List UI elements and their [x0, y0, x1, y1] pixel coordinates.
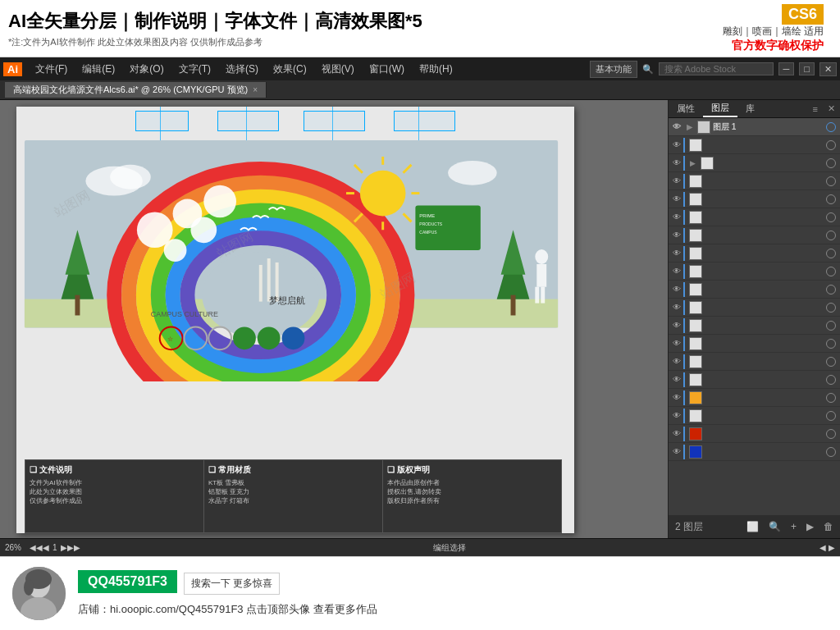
- right-text2: 官方数字确权保护: [723, 39, 824, 53]
- ai-logo: Ai: [3, 62, 22, 76]
- search-layers-btn[interactable]: 🔍: [765, 519, 784, 534]
- qq-store-text: 店铺：hi.ooopic.com/QQ455791F3 点击顶部头像 查看更多作…: [78, 602, 828, 617]
- svg-rect-32: [535, 287, 539, 304]
- nav-start-btn[interactable]: ◀◀: [36, 543, 49, 552]
- menu-item-view[interactable]: 视图(V): [315, 61, 361, 78]
- nav-next-btn[interactable]: ▶: [74, 543, 80, 552]
- layer-row-14[interactable]: 👁: [669, 371, 840, 389]
- selection-box-4: [394, 111, 455, 131]
- svg-rect-29: [511, 295, 516, 316]
- menu-bar: Ai 文件(F) 编辑(E) 对象(O) 文字(T) 选择(S) 效果(C) 视…: [0, 57, 840, 80]
- layer-count-label: 2 图层: [672, 518, 706, 536]
- main-area: PRIME PRODUCTS CAMPUS CAMPUS CULTURE 梦想启…: [0, 100, 840, 538]
- layer-row-7[interactable]: 👁: [669, 244, 840, 262]
- layer-row-12[interactable]: 👁: [669, 335, 840, 353]
- top-banner: AI全矢量分层｜制作说明｜字体文件｜高清效果图*5 *注:文件为AI软件制作 此…: [0, 0, 840, 57]
- svg-point-22: [190, 217, 217, 243]
- qq-search-btn[interactable]: 搜索一下 更多惊喜: [184, 573, 280, 595]
- adobe-stock-search[interactable]: [659, 62, 774, 75]
- cs6-badge: CS6: [782, 4, 824, 25]
- qq-area: QQ455791F3 搜索一下 更多惊喜 店铺：hi.ooopic.com/QQ…: [0, 556, 840, 630]
- info-panel-2-title: ❏ 常用材质: [208, 464, 378, 476]
- zoom-level: 26%: [5, 543, 21, 552]
- layer-row-16[interactable]: 👁: [669, 407, 840, 425]
- menu-item-edit[interactable]: 编辑(E): [75, 61, 121, 78]
- layer-row-9[interactable]: 👁: [669, 281, 840, 299]
- close-btn[interactable]: ✕: [819, 62, 837, 76]
- menu-item-file[interactable]: 文件(F): [29, 61, 74, 78]
- status-center-text: 编组选择: [80, 542, 820, 554]
- layer-eye-header[interactable]: 👁: [670, 122, 683, 131]
- panel-tab-library[interactable]: 库: [737, 101, 763, 116]
- layer-row-11[interactable]: 👁: [669, 317, 840, 335]
- doc-canvas: PRIME PRODUCTS CAMPUS CAMPUS CULTURE 梦想启…: [16, 107, 574, 533]
- layers-list: 👁 ▶ 图层 1 👁 👁 ▶: [669, 118, 840, 515]
- layer-row-8[interactable]: 👁: [669, 262, 840, 281]
- minimize-btn[interactable]: ─: [778, 62, 795, 75]
- right-area: CS6 雕刻｜喷画｜墙绘 适用 官方数字确权保护: [723, 4, 824, 53]
- svg-text:PRODUCTS: PRODUCTS: [419, 222, 442, 226]
- layer-row-4[interactable]: 👁: [669, 190, 840, 208]
- svg-rect-33: [541, 287, 545, 304]
- nav-prev-btn[interactable]: ◀: [30, 543, 36, 552]
- info-panel-1-title: ❏ 文件说明: [30, 464, 199, 476]
- svg-point-51: [258, 326, 281, 349]
- title-area: AI全矢量分层｜制作说明｜字体文件｜高清效果图*5 *注:文件为AI软件制作 此…: [8, 9, 723, 48]
- panel-tab-properties[interactable]: 属性: [669, 101, 703, 116]
- layer-row-15[interactable]: 👁: [669, 389, 840, 407]
- menu-item-help[interactable]: 帮助(H): [413, 61, 459, 78]
- basic-functions-btn[interactable]: 基本功能: [590, 61, 637, 78]
- layer-thumb-header: [697, 121, 710, 134]
- qq-code-box: QQ455791F3: [78, 570, 177, 593]
- layer-row-5[interactable]: 👁: [669, 208, 840, 226]
- layer-row-1[interactable]: 👁: [669, 136, 840, 154]
- tab-close-btn[interactable]: ×: [253, 85, 258, 94]
- layer-row-header[interactable]: 👁 ▶ 图层 1: [669, 118, 840, 136]
- panel-bottom: 2 图层 ⬜ 🔍 + ▶ 🗑: [669, 515, 840, 538]
- search-icon: 🔍: [642, 64, 654, 75]
- add-layer-btn[interactable]: +: [788, 519, 800, 534]
- layer-arrow-header[interactable]: ▶: [683, 123, 695, 131]
- svg-point-30: [535, 249, 548, 264]
- svg-text:☆: ☆: [167, 336, 173, 343]
- canvas-area[interactable]: PRIME PRODUCTS CAMPUS CAMPUS CULTURE 梦想启…: [0, 100, 668, 538]
- nav-end-btn[interactable]: ▶▶: [61, 543, 74, 552]
- svg-text:梦想启航: 梦想启航: [269, 295, 305, 305]
- menu-item-select[interactable]: 选择(S): [219, 61, 265, 78]
- move-to-layer-btn[interactable]: ▶: [803, 519, 817, 534]
- layer-row-18[interactable]: 👁: [669, 443, 840, 461]
- info-panel-1-content: 文件为AI软件制作 此处为立体效果图 仅供参考制作成品: [30, 478, 199, 505]
- panel-menu-btn[interactable]: ≡: [808, 103, 823, 116]
- layer-row-17[interactable]: 👁: [669, 425, 840, 443]
- layer-row-10[interactable]: 👁: [669, 299, 840, 317]
- info-panel-2-content: KT板 雪弗板 铝塑板 亚克力 水晶字 灯箱布: [208, 478, 378, 505]
- layer-row-3[interactable]: 👁: [669, 172, 840, 190]
- menu-item-window[interactable]: 窗口(W): [363, 61, 411, 78]
- layer-row-6[interactable]: 👁: [669, 226, 840, 244]
- panel-close-btn[interactable]: ✕: [823, 102, 840, 116]
- status-bar: 26% ◀ ◀◀ 1 ▶▶ ▶ 编组选择 ◀ ▶: [0, 538, 840, 556]
- info-panel-3-content: 本作品由原创作者 授权出售,请勿转卖 版权归原作者所有: [387, 478, 557, 505]
- info-panel-3: ❏ 版权声明 本作品由原创作者 授权出售,请勿转卖 版权归原作者所有: [383, 460, 561, 532]
- svg-point-42: [110, 165, 151, 189]
- delete-layer-btn[interactable]: 🗑: [820, 519, 837, 534]
- svg-point-50: [233, 326, 256, 349]
- make-clip-mask-btn[interactable]: ⬜: [743, 519, 762, 534]
- title-sub: *注:文件为AI软件制作 此处立体效果图及内容 仅供制作成品参考: [8, 36, 723, 48]
- layer-row-2[interactable]: 👁 ▶: [669, 154, 840, 172]
- svg-rect-31: [536, 264, 546, 287]
- maximize-btn[interactable]: □: [799, 62, 815, 75]
- svg-rect-34: [259, 265, 262, 302]
- layer-circle-header: [826, 122, 836, 132]
- tab-item-active[interactable]: 高端校园文化墙源文件Alcs6.ai* @ 26% (CMYK/GPU 预览) …: [5, 82, 267, 98]
- right-text1: 雕刻｜喷画｜墙绘 适用: [723, 25, 824, 39]
- svg-rect-37: [415, 205, 480, 250]
- layer-row-13[interactable]: 👁: [669, 353, 840, 371]
- menu-item-effect[interactable]: 效果(C): [267, 61, 313, 78]
- menu-item-text[interactable]: 文字(T): [172, 61, 217, 78]
- menu-item-object[interactable]: 对象(O): [123, 61, 170, 78]
- page-number: 1: [52, 543, 57, 552]
- menu-right-icons: 基本功能 🔍 ─ □ ✕: [590, 61, 837, 78]
- svg-text:CAMPUS CULTURE: CAMPUS CULTURE: [151, 310, 218, 318]
- panel-tab-layers[interactable]: 图层: [703, 100, 737, 117]
